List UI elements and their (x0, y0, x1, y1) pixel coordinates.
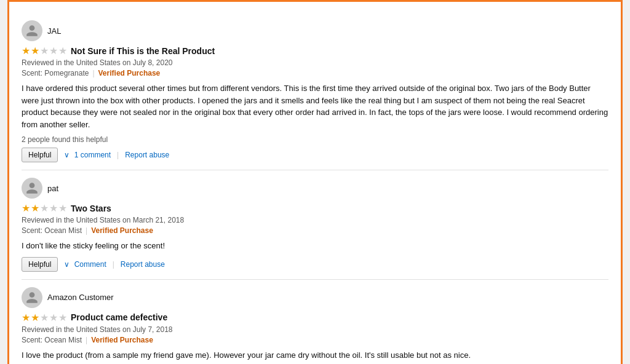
star-filled: ★ (22, 45, 30, 57)
star-empty: ★ (40, 312, 49, 323)
action-separator: | (117, 151, 119, 159)
verified-badge: Verified Purchase (91, 226, 153, 235)
report-abuse-link[interactable]: Report abuse (121, 260, 165, 269)
star-filled: ★ (31, 312, 39, 323)
star-empty: ★ (49, 45, 58, 57)
reviews-container: JAL ★★★★★ Not Sure if This is the Real P… (7, 0, 623, 364)
reviewer-name: Amazon Customer (47, 293, 114, 302)
pipe-separator: | (92, 69, 94, 77)
pipe-separator: | (86, 226, 87, 235)
star-empty: ★ (49, 312, 58, 323)
helpful-count: 2 people found this helpful (22, 135, 608, 144)
star-filled: ★ (31, 45, 39, 57)
avatar (22, 178, 42, 199)
verified-badge: Verified Purchase (98, 69, 161, 77)
avatar (22, 20, 42, 41)
reviewer-row: JAL (22, 20, 608, 41)
scent-label: Scent: Pomegranate (22, 69, 89, 77)
comment-link[interactable]: ∨ 1 comment (64, 151, 111, 159)
avatar (22, 287, 42, 308)
star-filled: ★ (22, 312, 30, 323)
stars-title-row: ★★★★★ Two Stars (22, 202, 608, 214)
star-empty: ★ (40, 202, 49, 214)
reviewer-name: JAL (47, 26, 61, 36)
star-rating: ★★★★★ (22, 202, 67, 214)
review-block-2: pat ★★★★★ Two Stars Reviewed in the Unit… (22, 170, 608, 280)
action-separator: | (113, 260, 114, 269)
review-body: I don't like the sticky feeling or the s… (22, 240, 608, 252)
star-empty: ★ (58, 312, 67, 323)
comment-chevron: ∨ (64, 260, 70, 269)
stars-title-row: ★★★★★ Product came defective (22, 312, 608, 323)
comment-link[interactable]: ∨ Comment (64, 260, 106, 269)
star-filled: ★ (31, 202, 39, 214)
star-empty: ★ (40, 45, 49, 57)
review-block-1: JAL ★★★★★ Not Sure if This is the Real P… (22, 13, 608, 170)
comment-label: Comment (74, 260, 106, 269)
helpful-button[interactable]: Helpful (22, 148, 58, 162)
star-rating: ★★★★★ (22, 312, 67, 323)
comment-label: 1 comment (74, 151, 111, 159)
star-empty: ★ (58, 202, 67, 214)
helpful-button[interactable]: Helpful (22, 257, 58, 272)
star-filled: ★ (22, 202, 30, 214)
star-rating: ★★★★★ (22, 45, 67, 57)
review-meta: Reviewed in the United States on July 7,… (22, 325, 608, 334)
scent-row: Scent: Ocean Mist | Verified Purchase (22, 336, 608, 344)
comment-chevron: ∨ (64, 151, 70, 159)
reviewer-row: pat (22, 178, 608, 199)
review-title: Product came defective (71, 312, 167, 322)
review-title: Two Stars (71, 204, 111, 213)
reviewer-name: pat (47, 184, 58, 193)
report-abuse-link[interactable]: Report abuse (125, 151, 169, 159)
review-meta: Reviewed in the United States on July 8,… (22, 58, 608, 67)
star-empty: ★ (58, 45, 67, 57)
scent-label: Scent: Ocean Mist (22, 336, 82, 344)
actions-row: Helpful ∨ 1 comment | Report abuse (22, 148, 608, 162)
star-empty: ★ (49, 202, 58, 214)
scent-label: Scent: Ocean Mist (22, 226, 82, 235)
scent-row: Scent: Pomegranate | Verified Purchase (22, 69, 608, 77)
verified-badge: Verified Purchase (91, 336, 153, 344)
pipe-separator: | (86, 336, 87, 344)
actions-row: Helpful ∨ Comment | Report abuse (22, 257, 608, 272)
scent-row: Scent: Ocean Mist | Verified Purchase (22, 226, 608, 235)
review-meta: Reviewed in the United States on March 2… (22, 216, 608, 224)
stars-title-row: ★★★★★ Not Sure if This is the Real Produ… (22, 45, 608, 57)
review-block-3: Amazon Customer ★★★★★ Product came defec… (22, 280, 608, 365)
reviewer-row: Amazon Customer (22, 287, 608, 308)
review-body: I have ordered this product several othe… (22, 82, 608, 130)
review-title: Not Sure if This is the Real Product (71, 46, 215, 56)
review-body: I love the product (from a sample my fri… (22, 349, 608, 362)
